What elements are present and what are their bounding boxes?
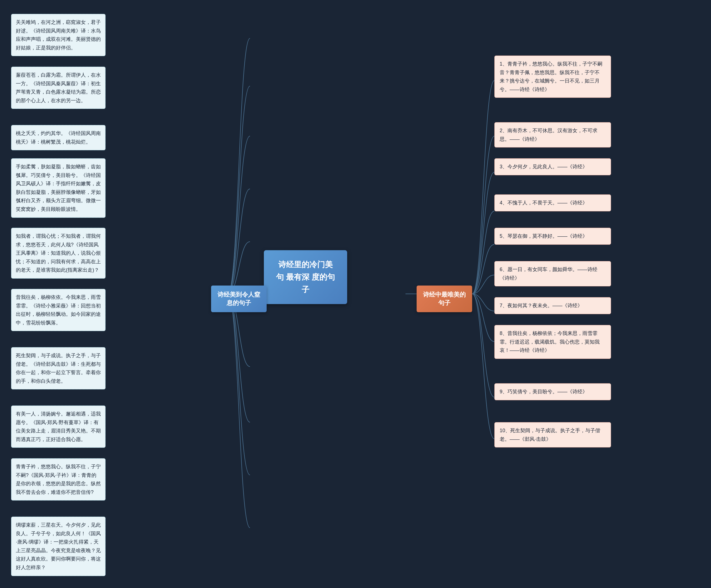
left-card-10: 绸缪束薪，三星在天。今夕何夕，见此良人。子兮子兮，如此良人何！《国风·唐风·绸缪… bbox=[11, 517, 106, 576]
right-card-5: 5、琴瑟在御，莫不静好。——《诗经》 bbox=[494, 228, 611, 245]
right-card-1: 1、青青子衿，悠悠我心。纵我不往，子宁不嗣音？青青子佩，悠悠我思。纵我不往，子宁… bbox=[494, 56, 611, 98]
central-node: 诗经里的冷门美句 最有深 度的句子 bbox=[264, 250, 347, 304]
right-card-4: 4、不愧于人，不畏于天。——《诗经》 bbox=[494, 194, 611, 211]
right-card-9: 9、巧笑倩兮，美目盼兮。——《诗经》 bbox=[494, 383, 611, 400]
right-card-7: 7、夜如何其？夜未央。——《诗经》 bbox=[494, 297, 611, 314]
left-card-1: 关关雎鸠，在河之洲，窈窕淑女，君子好逑。《诗经国风周南关雎》译：水鸟应和声声唱，… bbox=[11, 14, 106, 56]
right-card-10: 10、死生契阔，与子成说。执子之手，与子偕老。——《邶风·击鼓》 bbox=[494, 422, 611, 448]
left-card-5: 知我者，谓我心忧；不知我者，谓我何求，悠悠苍天，此何人哉?《诗经国风王风黍离》译… bbox=[11, 228, 106, 279]
mindmap-container: 诗经里的冷门美句 最有深 度的句子 诗经美到令人窒息的句子 诗经中最唯美的句子 … bbox=[0, 0, 711, 588]
right-card-2: 2、南有乔木，不可休思。汉有游女，不可求思。——《诗经》 bbox=[494, 122, 611, 148]
left-card-7: 死生契阔，与子成说。执子之手，与子偕老。《诗经邶风击鼓》译：生死都与你在一起，和… bbox=[11, 347, 106, 389]
left-card-8: 有美一人，清扬婉兮。邂逅相遇，适我愿兮。《国风·郑风·野有蔓草》译：有位美女路上… bbox=[11, 406, 106, 448]
left-card-3: 桃之夭夭，灼灼其华。《诗经国风周南桃夭》译：桃树繁茂，桃花灿烂。 bbox=[11, 125, 106, 150]
right-card-8: 8、昔我往矣，杨柳依依；今我来思，雨雪霏霏。行道迟迟，载渴载饥。我心伤悲，莫知我… bbox=[494, 325, 611, 359]
left-card-4: 手如柔荑，肤如凝脂，脸如蝤蛴，齿如瓠犀。巧笑倩兮，美目盼兮。《诗经国风卫风硕人》… bbox=[11, 158, 106, 218]
left-card-9: 青青子衿，悠悠我心。纵我不往，子宁不嗣?《国风·郑风·子衿》译：青青的是你的衣领… bbox=[11, 458, 106, 501]
left-card-6: 昔我往矣，杨柳依依。今我来思，雨雪霏霏。《诗经小雅采薇》译：回想当初出征时，杨柳… bbox=[11, 289, 106, 331]
left-card-2: 蒹葭苍苍，白露为霜。所谓伊人，在水一方。《诗经国风秦风蒹葭》译：初生芦苇青又青，… bbox=[11, 67, 106, 109]
right-card-3: 3、今夕何夕，见此良人。——《诗经》 bbox=[494, 158, 611, 175]
right-card-6: 6、愿一日，有女同车，颜如舜华。——诗经《诗经》 bbox=[494, 261, 611, 286]
right-center-node: 诗经中最唯美的句子 bbox=[416, 285, 472, 312]
left-center-node: 诗经美到令人窒息的句子 bbox=[211, 285, 267, 312]
